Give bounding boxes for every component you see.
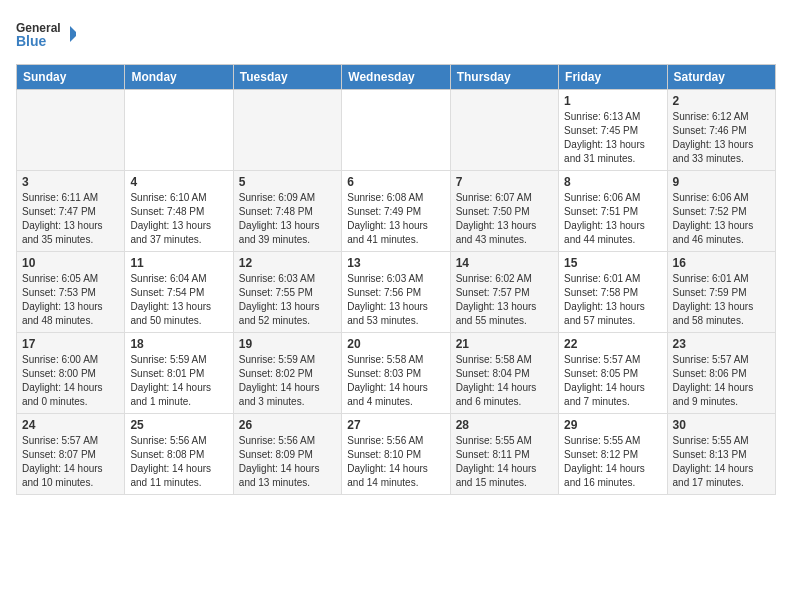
day-number: 20 [347, 337, 444, 351]
header-friday: Friday [559, 65, 667, 90]
calendar-cell: 28Sunrise: 5:55 AM Sunset: 8:11 PM Dayli… [450, 414, 558, 495]
calendar-cell [17, 90, 125, 171]
calendar-cell [450, 90, 558, 171]
day-number: 18 [130, 337, 227, 351]
calendar-cell: 3Sunrise: 6:11 AM Sunset: 7:47 PM Daylig… [17, 171, 125, 252]
day-info: Sunrise: 6:11 AM Sunset: 7:47 PM Dayligh… [22, 191, 119, 247]
day-number: 11 [130, 256, 227, 270]
day-number: 29 [564, 418, 661, 432]
calendar-cell: 16Sunrise: 6:01 AM Sunset: 7:59 PM Dayli… [667, 252, 775, 333]
header-saturday: Saturday [667, 65, 775, 90]
logo: General Blue [16, 16, 76, 56]
day-number: 24 [22, 418, 119, 432]
day-number: 9 [673, 175, 770, 189]
calendar-cell: 6Sunrise: 6:08 AM Sunset: 7:49 PM Daylig… [342, 171, 450, 252]
day-info: Sunrise: 5:57 AM Sunset: 8:07 PM Dayligh… [22, 434, 119, 490]
calendar-cell: 26Sunrise: 5:56 AM Sunset: 8:09 PM Dayli… [233, 414, 341, 495]
week-row-3: 10Sunrise: 6:05 AM Sunset: 7:53 PM Dayli… [17, 252, 776, 333]
header-thursday: Thursday [450, 65, 558, 90]
day-number: 1 [564, 94, 661, 108]
day-number: 22 [564, 337, 661, 351]
day-info: Sunrise: 6:12 AM Sunset: 7:46 PM Dayligh… [673, 110, 770, 166]
day-number: 28 [456, 418, 553, 432]
calendar-cell: 13Sunrise: 6:03 AM Sunset: 7:56 PM Dayli… [342, 252, 450, 333]
day-info: Sunrise: 6:06 AM Sunset: 7:51 PM Dayligh… [564, 191, 661, 247]
day-number: 13 [347, 256, 444, 270]
day-info: Sunrise: 6:04 AM Sunset: 7:54 PM Dayligh… [130, 272, 227, 328]
day-info: Sunrise: 5:56 AM Sunset: 8:10 PM Dayligh… [347, 434, 444, 490]
day-info: Sunrise: 5:55 AM Sunset: 8:11 PM Dayligh… [456, 434, 553, 490]
calendar-cell: 18Sunrise: 5:59 AM Sunset: 8:01 PM Dayli… [125, 333, 233, 414]
calendar-cell: 17Sunrise: 6:00 AM Sunset: 8:00 PM Dayli… [17, 333, 125, 414]
day-number: 14 [456, 256, 553, 270]
calendar-cell: 8Sunrise: 6:06 AM Sunset: 7:51 PM Daylig… [559, 171, 667, 252]
day-info: Sunrise: 6:09 AM Sunset: 7:48 PM Dayligh… [239, 191, 336, 247]
day-info: Sunrise: 5:55 AM Sunset: 8:13 PM Dayligh… [673, 434, 770, 490]
header-row: SundayMondayTuesdayWednesdayThursdayFrid… [17, 65, 776, 90]
week-row-4: 17Sunrise: 6:00 AM Sunset: 8:00 PM Dayli… [17, 333, 776, 414]
day-number: 15 [564, 256, 661, 270]
header-wednesday: Wednesday [342, 65, 450, 90]
day-info: Sunrise: 5:59 AM Sunset: 8:02 PM Dayligh… [239, 353, 336, 409]
day-number: 17 [22, 337, 119, 351]
day-number: 6 [347, 175, 444, 189]
day-number: 7 [456, 175, 553, 189]
day-info: Sunrise: 6:06 AM Sunset: 7:52 PM Dayligh… [673, 191, 770, 247]
header-sunday: Sunday [17, 65, 125, 90]
calendar-cell: 4Sunrise: 6:10 AM Sunset: 7:48 PM Daylig… [125, 171, 233, 252]
calendar-cell: 22Sunrise: 5:57 AM Sunset: 8:05 PM Dayli… [559, 333, 667, 414]
calendar-cell: 30Sunrise: 5:55 AM Sunset: 8:13 PM Dayli… [667, 414, 775, 495]
day-info: Sunrise: 5:58 AM Sunset: 8:04 PM Dayligh… [456, 353, 553, 409]
day-info: Sunrise: 6:01 AM Sunset: 7:58 PM Dayligh… [564, 272, 661, 328]
svg-marker-2 [70, 26, 76, 42]
calendar-cell [125, 90, 233, 171]
calendar-table: SundayMondayTuesdayWednesdayThursdayFrid… [16, 64, 776, 495]
day-info: Sunrise: 6:02 AM Sunset: 7:57 PM Dayligh… [456, 272, 553, 328]
calendar-cell: 15Sunrise: 6:01 AM Sunset: 7:58 PM Dayli… [559, 252, 667, 333]
day-number: 2 [673, 94, 770, 108]
header-tuesday: Tuesday [233, 65, 341, 90]
calendar-cell: 2Sunrise: 6:12 AM Sunset: 7:46 PM Daylig… [667, 90, 775, 171]
day-info: Sunrise: 5:58 AM Sunset: 8:03 PM Dayligh… [347, 353, 444, 409]
calendar-cell: 14Sunrise: 6:02 AM Sunset: 7:57 PM Dayli… [450, 252, 558, 333]
day-info: Sunrise: 5:55 AM Sunset: 8:12 PM Dayligh… [564, 434, 661, 490]
day-number: 21 [456, 337, 553, 351]
calendar-cell: 23Sunrise: 5:57 AM Sunset: 8:06 PM Dayli… [667, 333, 775, 414]
calendar-cell: 12Sunrise: 6:03 AM Sunset: 7:55 PM Dayli… [233, 252, 341, 333]
day-info: Sunrise: 5:57 AM Sunset: 8:05 PM Dayligh… [564, 353, 661, 409]
day-info: Sunrise: 5:56 AM Sunset: 8:09 PM Dayligh… [239, 434, 336, 490]
day-info: Sunrise: 5:59 AM Sunset: 8:01 PM Dayligh… [130, 353, 227, 409]
day-info: Sunrise: 6:01 AM Sunset: 7:59 PM Dayligh… [673, 272, 770, 328]
page-header: General Blue [16, 16, 776, 56]
day-number: 25 [130, 418, 227, 432]
header-monday: Monday [125, 65, 233, 90]
day-info: Sunrise: 6:10 AM Sunset: 7:48 PM Dayligh… [130, 191, 227, 247]
day-number: 8 [564, 175, 661, 189]
logo-svg: General Blue [16, 16, 76, 56]
calendar-cell: 1Sunrise: 6:13 AM Sunset: 7:45 PM Daylig… [559, 90, 667, 171]
calendar-cell: 10Sunrise: 6:05 AM Sunset: 7:53 PM Dayli… [17, 252, 125, 333]
calendar-cell: 11Sunrise: 6:04 AM Sunset: 7:54 PM Dayli… [125, 252, 233, 333]
calendar-cell: 25Sunrise: 5:56 AM Sunset: 8:08 PM Dayli… [125, 414, 233, 495]
week-row-2: 3Sunrise: 6:11 AM Sunset: 7:47 PM Daylig… [17, 171, 776, 252]
day-number: 10 [22, 256, 119, 270]
day-number: 30 [673, 418, 770, 432]
calendar-cell [342, 90, 450, 171]
calendar-cell: 19Sunrise: 5:59 AM Sunset: 8:02 PM Dayli… [233, 333, 341, 414]
day-info: Sunrise: 6:00 AM Sunset: 8:00 PM Dayligh… [22, 353, 119, 409]
week-row-5: 24Sunrise: 5:57 AM Sunset: 8:07 PM Dayli… [17, 414, 776, 495]
day-number: 27 [347, 418, 444, 432]
day-info: Sunrise: 6:03 AM Sunset: 7:56 PM Dayligh… [347, 272, 444, 328]
calendar-cell: 7Sunrise: 6:07 AM Sunset: 7:50 PM Daylig… [450, 171, 558, 252]
day-info: Sunrise: 6:05 AM Sunset: 7:53 PM Dayligh… [22, 272, 119, 328]
calendar-cell: 5Sunrise: 6:09 AM Sunset: 7:48 PM Daylig… [233, 171, 341, 252]
day-info: Sunrise: 6:03 AM Sunset: 7:55 PM Dayligh… [239, 272, 336, 328]
day-number: 19 [239, 337, 336, 351]
week-row-1: 1Sunrise: 6:13 AM Sunset: 7:45 PM Daylig… [17, 90, 776, 171]
day-number: 12 [239, 256, 336, 270]
calendar-cell: 20Sunrise: 5:58 AM Sunset: 8:03 PM Dayli… [342, 333, 450, 414]
svg-text:Blue: Blue [16, 33, 47, 49]
day-info: Sunrise: 6:13 AM Sunset: 7:45 PM Dayligh… [564, 110, 661, 166]
day-info: Sunrise: 6:07 AM Sunset: 7:50 PM Dayligh… [456, 191, 553, 247]
day-number: 26 [239, 418, 336, 432]
